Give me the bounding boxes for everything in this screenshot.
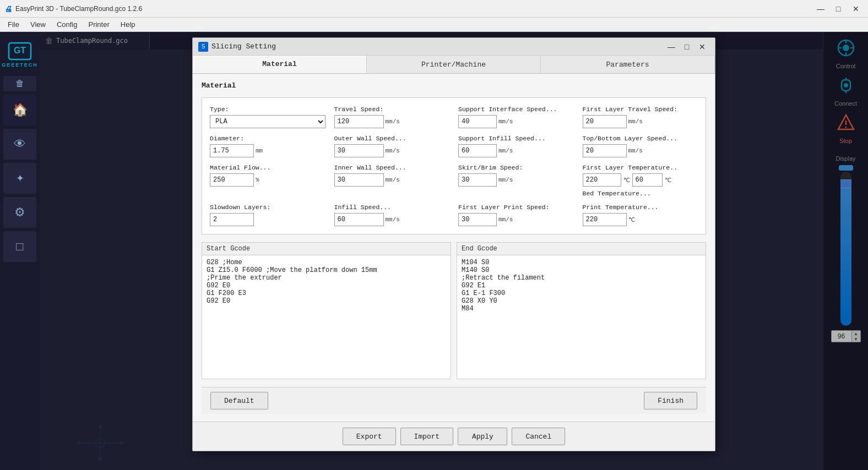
move-icon: ✦ [16, 172, 24, 184]
app-close-button[interactable]: ✕ [848, 2, 864, 15]
material-flow-input[interactable] [210, 173, 254, 187]
dialog-titlebar-btns: — □ ✕ [664, 41, 709, 53]
top-bottom-layer-speed-input[interactable] [583, 144, 627, 157]
field-first-layer-temp: First Layer Temperature.. ℃ ℃ Bed Temper… [583, 164, 698, 197]
first-layer-print-speed-input-row: mm/s [458, 213, 574, 226]
logo-text: GEEETECH [2, 62, 38, 68]
slowdown-layers-input-row [210, 213, 326, 226]
field-type: Type: PLA ABS PETG TPU [210, 106, 326, 128]
bed-temp-unit: ℃ [665, 177, 671, 184]
dialog-bottom-row: Default Finish [202, 387, 706, 414]
support-infill-speed-input[interactable] [458, 144, 497, 157]
export-button[interactable]: Export [343, 428, 396, 445]
type-label: Type: [210, 106, 326, 113]
first-layer-travel-speed-input[interactable] [583, 115, 627, 128]
bed-temp-input[interactable] [632, 173, 663, 187]
menu-help[interactable]: Help [115, 19, 141, 30]
sidebar: GT GEEETECH 🗑 🏠 👁 ✦ ⚙ □ [0, 32, 40, 470]
skirt-brim-speed-input[interactable] [458, 173, 497, 187]
dialog-footer-buttons: Export Import Apply Cancel [193, 422, 715, 451]
diameter-input[interactable] [210, 144, 254, 157]
field-first-layer-travel-speed: First Layer Travel Speed: mm/s [583, 106, 698, 128]
field-top-bottom-layer-speed: Top/Bottom Layer Speed... mm/s [583, 135, 698, 157]
support-interface-speed-unit: mm/s [498, 118, 513, 125]
settings-grid: Type: PLA ABS PETG TPU [202, 97, 706, 234]
menu-file[interactable]: File [2, 19, 25, 30]
finish-button[interactable]: Finish [644, 392, 697, 409]
outer-wall-speed-unit: mm/s [386, 147, 400, 154]
top-bottom-layer-speed-input-row: mm/s [583, 144, 698, 157]
apply-button[interactable]: Apply [458, 428, 507, 445]
travel-speed-input-row: mm/s [334, 115, 450, 128]
bed-temp-label: Bed Temperature... [583, 190, 698, 197]
field-temp-group: First Layer Temperature.. ℃ ℃ Bed Temper… [583, 164, 698, 197]
support-interface-speed-input[interactable] [458, 115, 497, 128]
first-layer-temp-unit: ℃ [623, 177, 630, 184]
sidebar-move-button[interactable]: ✦ [3, 163, 36, 194]
support-infill-speed-unit: mm/s [498, 147, 513, 154]
tab-printer-machine[interactable]: Printer/Machine [367, 56, 541, 73]
default-button[interactable]: Default [210, 392, 268, 409]
title-bar: 🖨 EasyPrint 3D - TubeClampRound.gco 1.2.… [0, 0, 868, 18]
menu-printer[interactable]: Printer [83, 19, 115, 30]
dialog-content: Material Type: PLA ABS PETG [193, 74, 715, 422]
dialog-maximize-button[interactable]: □ [680, 41, 694, 53]
dialog-minimize-button[interactable]: — [664, 41, 679, 53]
outer-wall-speed-input[interactable] [334, 144, 384, 157]
field-travel-speed: Travel Speed: mm/s [334, 106, 450, 128]
menu-bar: File View Config Printer Help [0, 18, 868, 32]
start-gcode-section: Start Gcode G28 ;Home G1 Z15.0 F6000 ;Mo… [202, 242, 451, 379]
maximize-button[interactable]: □ [831, 2, 846, 15]
inner-wall-speed-unit: mm/s [386, 177, 400, 183]
logo: GT GEEETECH [3, 37, 36, 70]
travel-speed-unit: mm/s [386, 118, 400, 125]
dialog-overlay: S Slicing Setting — □ ✕ Material Printer… [40, 32, 868, 470]
top-bottom-layer-speed-label: Top/Bottom Layer Speed... [583, 135, 698, 142]
sidebar-home-button[interactable]: 🏠 [3, 95, 36, 125]
sidebar-view-button[interactable]: 👁 [3, 129, 36, 160]
inner-wall-speed-input[interactable] [334, 173, 384, 187]
sidebar-layers-button[interactable]: □ [3, 231, 36, 262]
file-icon-btn[interactable]: 🗑 [3, 76, 36, 91]
end-gcode-header: End Gcode [457, 243, 706, 255]
slowdown-layers-label: Slowdown Layers: [210, 204, 326, 211]
outer-wall-speed-input-row: mm/s [334, 144, 450, 157]
support-interface-speed-label: Support Interface Speed... [458, 106, 574, 113]
infill-speed-unit: mm/s [386, 216, 400, 223]
start-gcode-textarea[interactable]: G28 ;Home G1 Z15.0 F6000 ;Move the platf… [202, 255, 451, 376]
diameter-unit: mm [256, 147, 263, 154]
start-gcode-header: Start Gcode [202, 243, 451, 255]
field-infill-speed: Infill Speed... mm/s [334, 204, 450, 226]
first-layer-print-speed-label: First Layer Print Speed: [458, 204, 574, 211]
tab-parameters[interactable]: Parameters [541, 56, 715, 73]
gcode-row: Start Gcode G28 ;Home G1 Z15.0 F6000 ;Mo… [202, 242, 706, 379]
support-infill-speed-input-row: mm/s [458, 144, 574, 157]
section-header: Material [202, 81, 706, 90]
menu-config[interactable]: Config [51, 19, 83, 30]
slowdown-layers-input[interactable] [210, 213, 254, 226]
field-print-temperature: Print Temperature... ℃ [583, 204, 698, 226]
sidebar-settings-button[interactable]: ⚙ [3, 197, 36, 228]
first-layer-temp-label: First Layer Temperature.. [583, 164, 698, 171]
infill-speed-input-row: mm/s [334, 213, 450, 226]
infill-speed-input[interactable] [334, 213, 384, 226]
minimize-button[interactable]: — [813, 2, 828, 15]
menu-view[interactable]: View [25, 19, 51, 30]
cancel-button[interactable]: Cancel [512, 428, 565, 445]
tab-material[interactable]: Material [193, 56, 367, 73]
field-support-interface-speed: Support Interface Speed... mm/s [458, 106, 574, 128]
print-temperature-input[interactable] [583, 213, 627, 226]
import-button[interactable]: Import [400, 428, 454, 445]
end-gcode-textarea[interactable]: M104 S0 M140 S0 ;Retract the filament G9… [457, 255, 706, 376]
travel-speed-input[interactable] [334, 115, 384, 128]
print-temperature-input-row: ℃ [583, 213, 698, 226]
type-select[interactable]: PLA ABS PETG TPU [210, 115, 326, 128]
first-layer-temp-input[interactable] [583, 173, 621, 187]
first-layer-travel-speed-unit: mm/s [628, 118, 643, 125]
dialog-close-button[interactable]: ✕ [695, 41, 709, 53]
first-layer-print-speed-input[interactable] [458, 213, 497, 226]
infill-speed-label: Infill Speed... [334, 204, 450, 211]
skirt-brim-speed-unit: mm/s [498, 177, 513, 183]
inner-wall-speed-label: Inner Wall Speed... [334, 164, 450, 171]
inner-wall-speed-input-row: mm/s [334, 173, 450, 187]
